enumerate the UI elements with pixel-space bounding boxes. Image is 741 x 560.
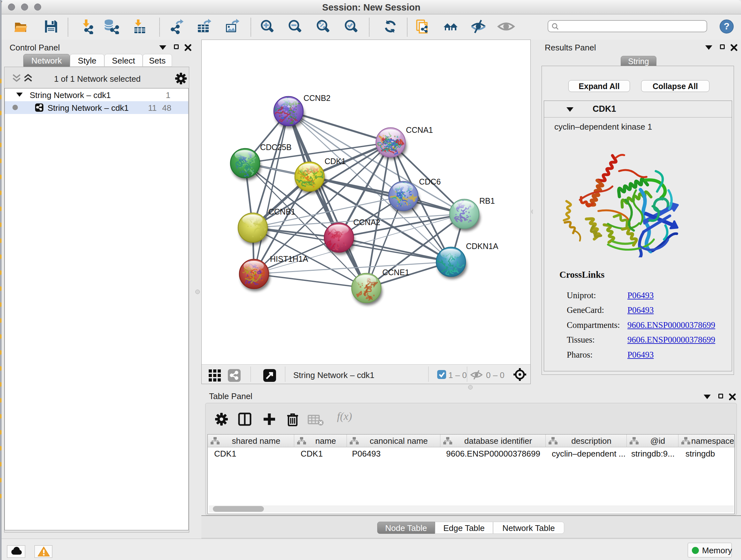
svg-text:HIST1H1A: HIST1H1A: [270, 254, 308, 263]
svg-text:CCNA2: CCNA2: [353, 218, 381, 227]
svg-text:CDC25B: CDC25B: [260, 143, 292, 152]
svg-text:CDKN1A: CDKN1A: [466, 242, 498, 251]
svg-text:CDC6: CDC6: [419, 177, 441, 186]
svg-text:CDK1: CDK1: [325, 157, 346, 166]
svg-text:RB1: RB1: [479, 196, 495, 205]
svg-text:CCNB1: CCNB1: [268, 207, 295, 216]
svg-text:CCNA1: CCNA1: [406, 125, 433, 134]
svg-text:CCNE1: CCNE1: [382, 268, 409, 277]
svg-text:?: ?: [724, 21, 730, 31]
svg-text:CCNB2: CCNB2: [304, 94, 331, 103]
